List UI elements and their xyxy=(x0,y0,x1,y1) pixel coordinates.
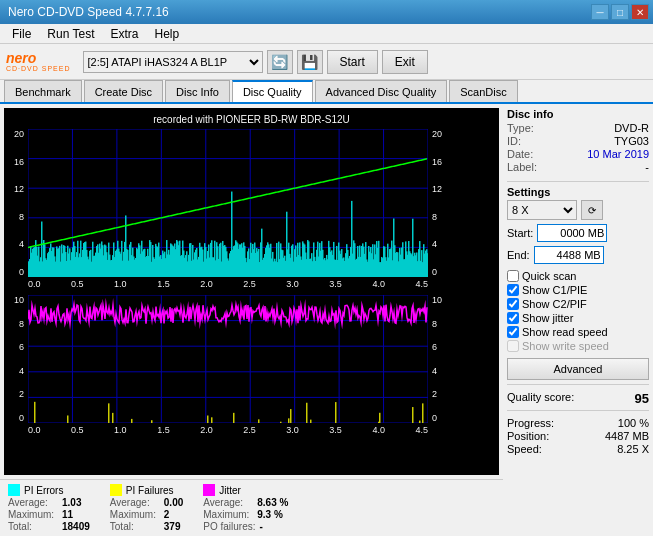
divider-2 xyxy=(507,384,649,385)
progress-value: 100 % xyxy=(618,417,649,429)
pi-failures-avg-label: Average: xyxy=(110,497,160,508)
top-chart-wrapper: 20 16 12 8 4 0 20 16 12 8 4 0 xyxy=(8,129,495,277)
divider-3 xyxy=(507,410,649,411)
jitter-title: Jitter xyxy=(219,485,241,496)
tab-scan-disc[interactable]: ScanDisc xyxy=(449,80,517,102)
disc-label-key: Label: xyxy=(507,161,537,173)
progress-row: Progress: 100 % xyxy=(507,417,649,429)
show-c2-pif-checkbox[interactable] xyxy=(507,298,519,310)
pi-failures-total-val: 379 xyxy=(164,521,181,532)
pi-errors-title: PI Errors xyxy=(24,485,63,496)
show-jitter-label: Show jitter xyxy=(522,312,573,324)
show-read-speed-checkbox[interactable] xyxy=(507,326,519,338)
main-content: recorded with PIONEER BD-RW BDR-S12U 20 … xyxy=(0,104,653,536)
show-write-speed-checkbox xyxy=(507,340,519,352)
menubar: File Run Test Extra Help xyxy=(0,24,653,44)
legend-area: PI Errors Average: 1.03 Maximum: 11 Tota… xyxy=(0,479,503,536)
start-button[interactable]: Start xyxy=(327,50,378,74)
disc-id-row: ID: TYG03 xyxy=(507,135,649,147)
disc-id-val: TYG03 xyxy=(614,135,649,147)
window-controls: ─ □ ✕ xyxy=(591,4,649,20)
chart-section: recorded with PIONEER BD-RW BDR-S12U 20 … xyxy=(0,104,503,536)
jitter-color xyxy=(203,484,215,496)
jitter-avg-label: Average: xyxy=(203,497,253,508)
speed-label: Speed: xyxy=(507,443,542,455)
disc-type-row: Type: DVD-R xyxy=(507,122,649,134)
position-label: Position: xyxy=(507,430,549,442)
window-title: Nero CD-DVD Speed 4.7.7.16 xyxy=(4,5,169,19)
start-input[interactable]: 0000 MB xyxy=(537,224,607,242)
refresh-icon[interactable]: 🔄 xyxy=(267,50,293,74)
legend-jitter: Jitter Average: 8.63 % Maximum: 9.3 % PO… xyxy=(203,484,288,532)
speed-refresh-icon[interactable]: ⟳ xyxy=(581,200,603,220)
show-c2-pif-row: Show C2/PIF xyxy=(507,298,649,310)
menu-help[interactable]: Help xyxy=(147,25,188,43)
titlebar: Nero CD-DVD Speed 4.7.7.16 ─ □ ✕ xyxy=(0,0,653,24)
drive-selector[interactable]: [2:5] ATAPI iHAS324 A BL1P xyxy=(83,51,263,73)
pi-failures-total-label: Total: xyxy=(110,521,160,532)
maximize-button[interactable]: □ xyxy=(611,4,629,20)
disc-type-key: Type: xyxy=(507,122,534,134)
quick-scan-row: Quick scan xyxy=(507,270,649,282)
start-row: Start: 0000 MB xyxy=(507,224,649,242)
pi-errors-max-val: 11 xyxy=(62,509,73,520)
top-y-axis-right: 20 16 12 8 4 0 xyxy=(430,129,448,277)
pi-failures-color xyxy=(110,484,122,496)
chart-title: recorded with PIONEER BD-RW BDR-S12U xyxy=(8,112,495,127)
quick-scan-label: Quick scan xyxy=(522,270,576,282)
bottom-y-axis-right: 10 8 6 4 2 0 xyxy=(430,295,448,423)
jitter-max-label: Maximum: xyxy=(203,509,253,520)
pi-errors-total-label: Total: xyxy=(8,521,58,532)
speed-value: 8.25 X xyxy=(617,443,649,455)
tabbar: Benchmark Create Disc Disc Info Disc Qua… xyxy=(0,80,653,104)
disc-info-label: Disc info xyxy=(507,108,649,120)
tab-advanced-disc-quality[interactable]: Advanced Disc Quality xyxy=(315,80,448,102)
top-chart-canvas xyxy=(28,129,428,277)
disc-label-row: Label: - xyxy=(507,161,649,173)
show-c1-pie-checkbox[interactable] xyxy=(507,284,519,296)
disc-date-row: Date: 10 Mar 2019 xyxy=(507,148,649,160)
pi-errors-max-label: Maximum: xyxy=(8,509,58,520)
progress-section: Progress: 100 % Position: 4487 MB Speed:… xyxy=(507,417,649,455)
save-icon[interactable]: 💾 xyxy=(297,50,323,74)
disc-date-val: 10 Mar 2019 xyxy=(587,148,649,160)
menu-extra[interactable]: Extra xyxy=(102,25,146,43)
show-jitter-checkbox[interactable] xyxy=(507,312,519,324)
tab-benchmark[interactable]: Benchmark xyxy=(4,80,82,102)
nero-logo: nero CD·DVD SPEED xyxy=(6,51,71,72)
tab-disc-info[interactable]: Disc Info xyxy=(165,80,230,102)
settings-section: Settings 8 X ⟳ Start: 0000 MB End: xyxy=(507,186,649,264)
end-input[interactable] xyxy=(534,246,604,264)
settings-label: Settings xyxy=(507,186,649,198)
tab-disc-quality[interactable]: Disc Quality xyxy=(232,80,313,102)
jitter-max-val: 9.3 % xyxy=(257,509,283,520)
show-jitter-row: Show jitter xyxy=(507,312,649,324)
minimize-button[interactable]: ─ xyxy=(591,4,609,20)
pi-errors-avg-val: 1.03 xyxy=(62,497,81,508)
po-failures-label: PO failures: xyxy=(203,521,255,532)
menu-file[interactable]: File xyxy=(4,25,39,43)
exit-button[interactable]: Exit xyxy=(382,50,428,74)
end-label: End: xyxy=(507,249,530,261)
bottom-chart-wrapper: 10 8 6 4 2 0 10 8 6 4 2 0 xyxy=(8,295,495,423)
top-x-axis: 0.00.5 1.01.5 2.02.5 3.03.5 4.04.5 xyxy=(8,279,428,289)
close-button[interactable]: ✕ xyxy=(631,4,649,20)
quick-scan-checkbox[interactable] xyxy=(507,270,519,282)
menu-run-test[interactable]: Run Test xyxy=(39,25,102,43)
pi-failures-title: PI Failures xyxy=(126,485,174,496)
start-label: Start: xyxy=(507,227,533,239)
speed-selector[interactable]: 8 X xyxy=(507,200,577,220)
po-failures-val: - xyxy=(260,521,263,532)
quality-score-label: Quality score: xyxy=(507,391,574,406)
show-read-speed-label: Show read speed xyxy=(522,326,608,338)
disc-date-key: Date: xyxy=(507,148,533,160)
top-y-axis-left: 20 16 12 8 4 0 xyxy=(8,129,26,277)
bottom-x-axis: 0.00.5 1.01.5 2.02.5 3.03.5 4.04.5 xyxy=(8,425,428,435)
divider-1 xyxy=(507,181,649,182)
chart-area: recorded with PIONEER BD-RW BDR-S12U 20 … xyxy=(4,108,499,475)
pi-failures-max-label: Maximum: xyxy=(110,509,160,520)
show-write-speed-label: Show write speed xyxy=(522,340,609,352)
quality-score-value: 95 xyxy=(635,391,649,406)
tab-create-disc[interactable]: Create Disc xyxy=(84,80,163,102)
advanced-button[interactable]: Advanced xyxy=(507,358,649,380)
